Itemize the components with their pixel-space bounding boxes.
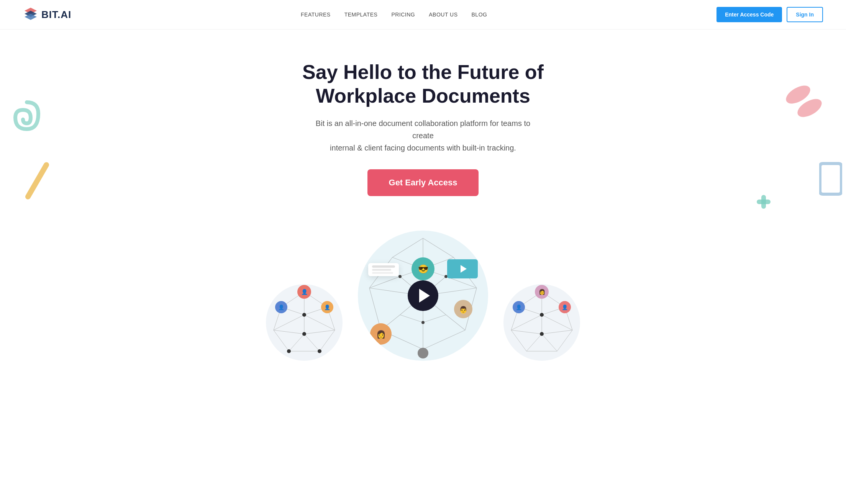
hero-section: Say Hello to the Future of Workplace Doc…: [0, 29, 846, 211]
svg-point-68: [418, 348, 428, 358]
svg-line-22: [274, 330, 304, 334]
play-button[interactable]: [408, 280, 438, 311]
svg-text:👤: 👤: [278, 304, 285, 311]
svg-point-3: [783, 83, 813, 107]
navbar: BIT.AI FEATURES TEMPLATES PRICING ABOUT …: [0, 0, 846, 29]
logo-text: BIT.AI: [41, 9, 71, 21]
nav-item-templates[interactable]: TEMPLATES: [344, 11, 378, 18]
svg-text:👩: 👩: [539, 289, 546, 295]
svg-line-88: [542, 334, 557, 351]
svg-rect-6: [757, 200, 771, 204]
svg-line-78: [511, 330, 526, 351]
svg-text:👤: 👤: [562, 304, 568, 311]
svg-point-31: [302, 332, 306, 336]
logo[interactable]: BIT.AI: [23, 7, 71, 22]
svg-line-77: [557, 330, 572, 351]
svg-line-34: [423, 238, 454, 257]
nav-item-about[interactable]: ABOUT US: [429, 11, 457, 18]
svg-line-58: [423, 315, 446, 322]
sign-in-button[interactable]: Sign In: [787, 7, 823, 22]
svg-line-59: [400, 315, 423, 322]
network-section: 👤 👤 👤: [0, 219, 846, 361]
svg-point-71: [398, 275, 402, 278]
floating-doc-card: [368, 263, 399, 276]
svg-point-72: [421, 321, 425, 324]
svg-text:👤: 👤: [324, 304, 331, 311]
svg-line-19: [304, 334, 320, 351]
svg-point-97: [540, 332, 544, 336]
nav-item-blog[interactable]: BLOG: [472, 11, 487, 18]
svg-line-40: [423, 330, 465, 349]
svg-line-87: [511, 330, 542, 334]
nav-item-pricing[interactable]: PRICING: [391, 11, 415, 18]
svg-line-17: [304, 315, 335, 330]
svg-line-86: [542, 330, 572, 334]
svg-text:👤: 👤: [516, 304, 522, 311]
svg-line-35: [392, 238, 423, 257]
svg-line-21: [304, 330, 335, 334]
svg-line-84: [511, 315, 542, 330]
svg-point-30: [302, 313, 306, 317]
svg-line-11: [320, 330, 335, 351]
nav-item-features[interactable]: FEATURES: [301, 11, 331, 18]
logo-icon: [23, 7, 38, 22]
svg-point-96: [540, 313, 544, 317]
svg-text:👤: 👤: [301, 289, 308, 295]
enter-access-code-button[interactable]: Enter Access Code: [716, 7, 782, 22]
hero-title: Say Hello to the Future of Workplace Doc…: [251, 60, 595, 108]
svg-text:😎: 😎: [418, 264, 429, 274]
network-svg-left: 👤 👤 👤: [266, 284, 343, 361]
deco-paperclip-left: [8, 98, 46, 146]
svg-line-83: [542, 315, 572, 330]
svg-text:👨: 👨: [459, 306, 468, 314]
svg-line-12: [274, 330, 289, 351]
svg-text:👩: 👩: [376, 330, 386, 339]
floating-video-card: [447, 259, 478, 278]
svg-line-20: [289, 334, 304, 351]
svg-rect-5: [761, 195, 766, 209]
svg-point-32: [318, 349, 321, 353]
network-circle-left: 👤 👤 👤: [266, 284, 343, 361]
nav-buttons: Enter Access Code Sign In: [716, 7, 823, 22]
deco-yellow-stick: [24, 161, 50, 200]
get-early-access-button[interactable]: Get Early Access: [367, 169, 479, 196]
svg-point-33: [287, 349, 291, 353]
svg-point-4: [795, 95, 825, 121]
deco-pink-leaf: [783, 83, 825, 123]
svg-line-89: [526, 334, 542, 351]
network-circle-right: 👤 👩 👤: [503, 284, 580, 361]
nav-links: FEATURES TEMPLATES PRICING ABOUT US BLOG: [301, 11, 487, 18]
svg-line-18: [274, 315, 304, 330]
network-circle-center: 😎 👩 👨: [358, 231, 488, 361]
hero-subtitle: Bit is an all-in-one document collaborat…: [308, 117, 538, 154]
deco-blue-chevron: [819, 160, 842, 200]
deco-green-cross: [756, 194, 771, 211]
network-svg-right: 👤 👩 👤: [503, 284, 580, 361]
